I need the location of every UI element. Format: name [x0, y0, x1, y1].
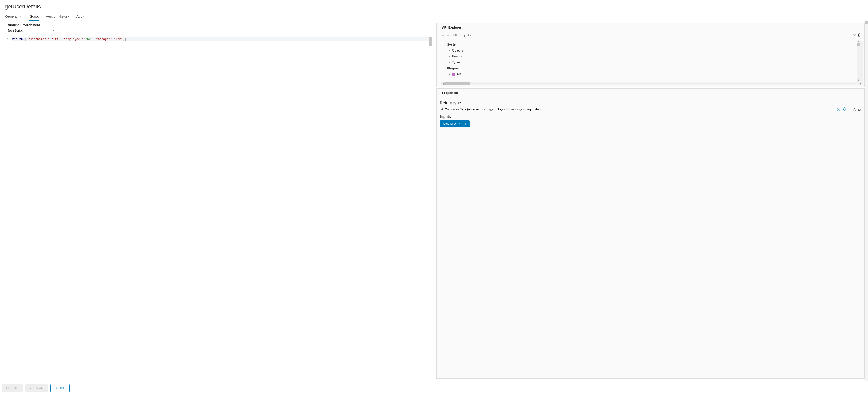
code-token: : — [112, 37, 114, 41]
chevron-down-icon: ⌄ — [439, 26, 441, 29]
tab-label: Audit — [76, 14, 84, 18]
tree-node[interactable]: System — [441, 41, 857, 48]
properties-toggle[interactable]: ⌄ Properties — [437, 89, 865, 97]
tab-label: General — [5, 14, 18, 18]
code-token: , — [60, 37, 64, 41]
chevron-down-icon: ▼ — [52, 29, 54, 32]
tab-label: Script — [30, 14, 38, 18]
tree-node[interactable]: Types — [441, 59, 857, 65]
array-label: Array — [854, 108, 861, 111]
inputs-label: Inputs — [440, 114, 861, 119]
tree-node[interactable]: Plugins — [441, 65, 857, 71]
svg-marker-0 — [854, 34, 856, 36]
tabs: General!ScriptVersion HistoryAudit — [0, 11, 868, 21]
return-type-refresh-icon[interactable] — [843, 107, 846, 112]
right-pane-scrollbar[interactable] — [865, 21, 868, 381]
tree-node-label: AD — [457, 72, 461, 76]
info-icon: ! — [19, 14, 23, 18]
chevron-right-icon — [448, 60, 451, 64]
properties-title: Properties — [442, 91, 458, 95]
code-token: : — [85, 37, 87, 41]
search-icon — [440, 108, 443, 111]
api-explorer-toggle[interactable]: ⌄ API Explorer — [437, 23, 865, 32]
tree-node-label: Objects — [452, 49, 463, 52]
runtime-env-select[interactable]: JavaScript ▼ — [7, 28, 55, 33]
code-token: [{ — [23, 37, 28, 41]
nav-forward-icon: → — [447, 33, 451, 37]
code-editor[interactable]: 1 return [{"username":"Fritz", "employee… — [2, 37, 432, 381]
tab-script[interactable]: Script — [29, 13, 39, 21]
api-explorer-panel: ⌄ API Explorer ← → — [436, 23, 865, 87]
svg-line-2 — [442, 109, 443, 110]
api-explorer-title: API Explorer — [442, 26, 461, 29]
create-button: Create — [2, 384, 23, 392]
runtime-env-label: Runtime Environment — [7, 23, 429, 27]
nav-back-icon: ← — [441, 33, 445, 37]
tree-node-label: Types — [452, 60, 461, 64]
code-token: "Fritz" — [48, 37, 60, 41]
tree-vertical-scrollbar[interactable]: ▲ ▼ — [857, 40, 860, 82]
code-token: "manager" — [96, 37, 112, 41]
tree-node-label: System — [447, 42, 459, 46]
plugin-icon — [452, 73, 456, 75]
array-checkbox[interactable] — [848, 108, 852, 111]
code-token: , — [94, 37, 96, 41]
code-token: "username" — [28, 37, 46, 41]
tree-node-label: Plugins — [447, 66, 459, 70]
tree-node[interactable]: AD — [441, 71, 857, 77]
tree-node-label: Enums — [452, 55, 462, 58]
tree-node[interactable]: Enums — [441, 53, 857, 59]
runtime-env-value: JavaScript — [7, 29, 23, 32]
page-title: getUserDetails — [5, 3, 863, 10]
clear-icon[interactable] — [837, 108, 840, 111]
tree-horizontal-scrollbar[interactable]: ◀ ▶ — [441, 82, 863, 85]
code-token: : — [46, 37, 48, 41]
add-new-input-button[interactable]: Add New Input — [440, 120, 470, 127]
tab-label: Version History — [46, 14, 69, 18]
code-token: "Tom" — [114, 37, 123, 41]
refresh-icon[interactable] — [858, 33, 862, 37]
version-button: Version — [25, 384, 48, 392]
api-tree[interactable]: SystemObjectsEnumsTypesPluginsAD — [441, 40, 857, 82]
code-token: "employeeId" — [64, 37, 85, 41]
filter-icon[interactable] — [853, 33, 856, 37]
chevron-down-icon — [443, 67, 446, 70]
code-token: }] — [123, 37, 127, 41]
line-number: 1 — [7, 37, 9, 41]
chevron-right-icon — [448, 72, 451, 76]
tab-audit[interactable]: Audit — [76, 13, 85, 21]
code-token: 6096 — [87, 37, 94, 41]
chevron-right-icon — [448, 55, 451, 58]
filter-objects-input[interactable] — [452, 32, 851, 38]
chevron-right-icon — [448, 49, 451, 52]
code-line[interactable]: return [{"username":"Fritz", "employeeId… — [12, 37, 431, 41]
tree-node[interactable]: Objects — [441, 48, 857, 53]
code-token: return — [12, 37, 23, 41]
properties-panel: ⌄ Properties Return type — [436, 88, 865, 378]
return-type-input[interactable] — [444, 107, 836, 111]
close-button[interactable]: Close — [50, 384, 70, 392]
tab-general[interactable]: General! — [5, 13, 23, 21]
chevron-down-icon — [443, 43, 446, 46]
editor-scrollbar[interactable] — [429, 37, 432, 46]
svg-point-1 — [440, 108, 442, 110]
chevron-down-icon: ⌄ — [439, 92, 441, 94]
tab-version[interactable]: Version History — [45, 13, 70, 21]
return-type-label: Return type — [440, 100, 861, 105]
